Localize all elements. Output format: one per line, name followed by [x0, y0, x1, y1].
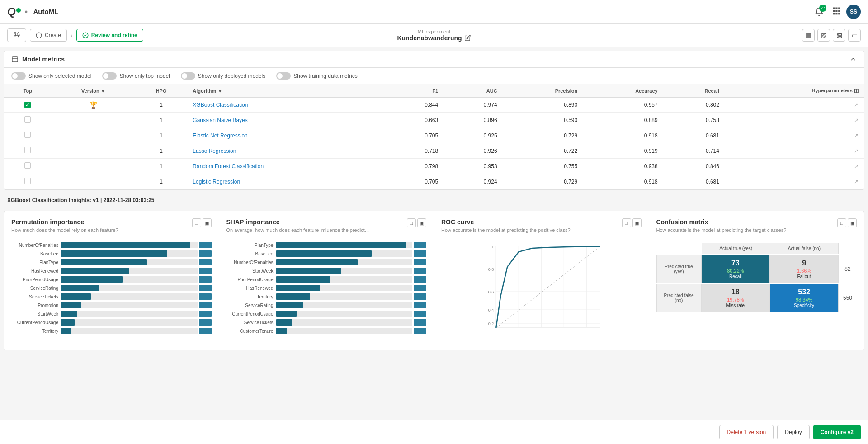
- toggle-switch-top[interactable]: [102, 72, 117, 80]
- toggle-switch-deployed[interactable]: [181, 72, 195, 80]
- row-checkbox[interactable]: [24, 162, 31, 169]
- col-algorithm: Algorithm ▼: [187, 84, 384, 98]
- review-refine-button[interactable]: Review and refine: [76, 29, 143, 42]
- cell-hyperparams[interactable]: ↗: [725, 159, 864, 174]
- cm-row-predicted-true: Predicted true (yes) 73 80.22% Recall 9 …: [656, 255, 857, 283]
- create-button[interactable]: Create: [30, 29, 67, 42]
- cell-auc: 0.926: [443, 143, 502, 159]
- row-checkbox[interactable]: [24, 147, 31, 153]
- perm-bar-label: CurrentPeriodUsage: [11, 320, 61, 325]
- table-row[interactable]: 1 Gaussian Naive Bayes 0.663 0.896 0.590…: [4, 113, 864, 128]
- table-row[interactable]: 1 Random Forest Classification 0.798 0.9…: [4, 159, 864, 174]
- cell-hyperparams[interactable]: ↗: [725, 128, 864, 143]
- shap-bar-label: StartWeek: [226, 269, 276, 274]
- perm-bar-fill: [61, 259, 147, 265]
- permutation-expand-btn[interactable]: □: [192, 218, 201, 227]
- view-btn-1[interactable]: ▦: [802, 29, 815, 42]
- row-checkbox[interactable]: [24, 132, 31, 138]
- cell-hyperparams[interactable]: ↗: [725, 143, 864, 159]
- view-btn-2[interactable]: ▨: [817, 29, 830, 42]
- cell-algorithm[interactable]: Lasso Regression: [187, 143, 384, 159]
- user-avatar[interactable]: SS: [846, 5, 861, 19]
- edit-icon[interactable]: [465, 35, 471, 41]
- cell-algorithm[interactable]: Gaussian Naive Bayes: [187, 113, 384, 128]
- shap-expand-btn[interactable]: □: [407, 218, 416, 227]
- delete-version-button[interactable]: Delete 1 version: [719, 425, 774, 439]
- hyperparams-link-icon[interactable]: ↗: [854, 117, 859, 123]
- shap-fullscreen-btn[interactable]: ▣: [417, 218, 426, 227]
- perm-bar-track: [61, 311, 198, 317]
- row-checkbox[interactable]: [24, 116, 31, 123]
- roc-curve-panel: ROC curve How accurate is the model at p…: [434, 211, 649, 350]
- table-row[interactable]: 1 Lasso Regression 0.718 0.926 0.722 0.9…: [4, 143, 864, 159]
- deploy-button[interactable]: Deploy: [777, 425, 809, 439]
- cell-trophy: [52, 113, 135, 128]
- cell-algorithm[interactable]: XGBoost Classification: [187, 98, 384, 113]
- hyperparams-link-icon[interactable]: ↗: [854, 132, 859, 139]
- cell-hyperparams[interactable]: ↗: [725, 174, 864, 189]
- table-row[interactable]: 1 Logistic Regression 0.705 0.924 0.729 …: [4, 174, 864, 189]
- toggle-training-data[interactable]: Show training data metrics: [276, 72, 357, 80]
- fp-value: 9: [773, 259, 835, 267]
- hyperparams-link-icon[interactable]: ↗: [854, 163, 859, 170]
- tn-value: 532: [773, 288, 835, 296]
- shap-bar-fill: [276, 302, 303, 308]
- cell-algorithm[interactable]: Random Forest Classification: [187, 159, 384, 174]
- perm-bar-row: ServiceTickets: [11, 293, 212, 300]
- table-row[interactable]: 1 Elastic Net Regression 0.705 0.925 0.7…: [4, 128, 864, 143]
- roc-expand-btn[interactable]: □: [622, 218, 631, 227]
- hyperparams-link-icon[interactable]: ↗: [854, 102, 859, 108]
- algorithm-filter-icon[interactable]: ▼: [217, 88, 222, 94]
- svg-text:1: 1: [491, 245, 494, 249]
- grid-apps-icon[interactable]: [832, 6, 841, 17]
- permutation-fullscreen-btn[interactable]: ▣: [203, 218, 212, 227]
- cell-accuracy: 0.918: [583, 128, 663, 143]
- col-auc: AUC: [443, 84, 502, 98]
- collapse-icon[interactable]: [849, 56, 857, 63]
- perm-side-bar: [199, 328, 212, 334]
- shap-bar-fill: [276, 276, 331, 283]
- lab-icon-button[interactable]: [7, 28, 26, 42]
- toggle-top-model[interactable]: Show only top model: [102, 72, 170, 80]
- row-checkbox[interactable]: ✓: [24, 102, 31, 108]
- cell-f1: 0.718: [385, 143, 443, 159]
- experiment-info: ML experiment Kundenabwanderung: [397, 29, 471, 42]
- shap-bar-track: [276, 319, 413, 326]
- notification-button[interactable]: 27: [812, 5, 826, 19]
- hyperparams-link-icon[interactable]: ↗: [854, 179, 859, 185]
- version-sort-icon[interactable]: ▼: [101, 89, 105, 94]
- shap-bar-label: CustomerTenure: [226, 329, 276, 334]
- cell-accuracy: 0.938: [583, 159, 663, 174]
- toggle-deployed-models[interactable]: Show only deployed models: [181, 72, 265, 80]
- cm-expand-btn[interactable]: □: [837, 218, 846, 227]
- svg-point-10: [83, 33, 88, 38]
- shap-side-bar: [414, 268, 426, 274]
- hyperparams-link-icon[interactable]: ↗: [854, 148, 859, 154]
- cell-precision: 0.890: [503, 98, 583, 113]
- main-content: Model metrics Show only selected model S…: [0, 47, 868, 444]
- row-checkbox[interactable]: [24, 178, 31, 184]
- cell-hyperparams[interactable]: ↗: [725, 98, 864, 113]
- toggle-switch-selected[interactable]: [11, 72, 26, 80]
- toggle-selected-model[interactable]: Show only selected model: [11, 72, 91, 80]
- shap-importance-panel: SHAP importance On average, how much doe…: [219, 211, 434, 350]
- shap-bar-row: ServiceTickets: [226, 319, 427, 326]
- configure-v2-button[interactable]: Configure v2: [813, 425, 861, 439]
- cell-auc: 0.924: [443, 174, 502, 189]
- view-btn-3[interactable]: ▩: [833, 29, 845, 42]
- perm-bar-label: StartWeek: [11, 312, 61, 316]
- shap-bar-row: PriorPeriodUsage: [226, 276, 427, 283]
- table-row[interactable]: ✓ 🏆 1 XGBoost Classification 0.844 0.974…: [4, 98, 864, 113]
- svg-text:0.4: 0.4: [488, 308, 494, 312]
- view-btn-4[interactable]: ▭: [848, 29, 861, 42]
- cell-algorithm[interactable]: Elastic Net Regression: [187, 128, 384, 143]
- col-settings-icon[interactable]: ◫: [854, 88, 859, 93]
- cell-hyperparams[interactable]: ↗: [725, 113, 864, 128]
- roc-fullscreen-btn[interactable]: ▣: [632, 218, 642, 227]
- cm-cell-tp: 73 80.22% Recall: [702, 255, 770, 283]
- toggle-switch-training[interactable]: [276, 72, 291, 80]
- cm-fullscreen-btn[interactable]: ▣: [848, 218, 857, 227]
- cell-version: 1: [135, 98, 188, 113]
- cell-algorithm[interactable]: Logistic Regression: [187, 174, 384, 189]
- perm-bar-track: [61, 293, 198, 300]
